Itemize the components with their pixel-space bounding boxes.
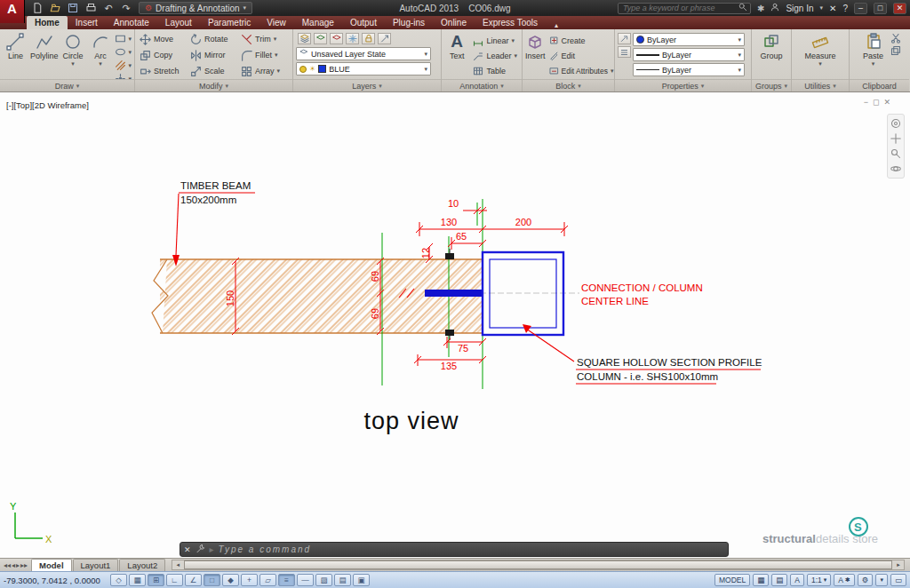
horizontal-scrollbar[interactable]: ◂ ▸: [172, 560, 905, 570]
annotation-scale-button[interactable]: 1:1▾: [807, 574, 831, 586]
ducs-toggle[interactable]: ▱: [259, 574, 276, 586]
tab-annotate[interactable]: Annotate: [106, 16, 157, 29]
tab-layout2[interactable]: Layout2: [119, 559, 165, 571]
search-icon[interactable]: [738, 3, 747, 13]
match-properties-icon[interactable]: [618, 33, 631, 44]
trim-flyout-icon[interactable]: ▾: [274, 36, 277, 43]
tab-view[interactable]: View: [259, 16, 294, 29]
layer-dropdown[interactable]: ☀ BLUE ▾: [296, 62, 431, 75]
table-tool[interactable]: Table: [471, 63, 519, 78]
model-space-button[interactable]: MODEL: [714, 574, 750, 586]
text-tool[interactable]: A Text: [444, 31, 469, 79]
tab-parametric[interactable]: Parametric: [200, 16, 259, 29]
paste-flyout-icon[interactable]: ▾: [872, 61, 875, 66]
scale-tool[interactable]: Scale: [188, 63, 239, 79]
copy-tool[interactable]: Copy: [138, 47, 188, 63]
ellipse-tool[interactable]: ▾: [115, 46, 132, 58]
cut-tool[interactable]: [890, 33, 901, 44]
command-input[interactable]: Type a command: [219, 544, 312, 554]
draw-panel-label[interactable]: Draw▾: [0, 79, 134, 91]
tab-layout[interactable]: Layout: [157, 16, 200, 29]
edit-block-tool[interactable]: Edit: [547, 48, 614, 63]
layer-properties-icon[interactable]: [298, 33, 311, 44]
annotation-visibility-icon[interactable]: A: [790, 574, 804, 586]
prev-tab-icon[interactable]: ◂: [12, 561, 15, 569]
osnap3d-toggle[interactable]: ◆: [222, 574, 239, 586]
polyline-tool[interactable]: Polyline: [30, 31, 59, 79]
circle-flyout-icon[interactable]: ▾: [71, 61, 75, 66]
open-icon[interactable]: [48, 2, 62, 14]
annotation-autoscale-icon[interactable]: A✱: [834, 574, 855, 586]
fillet-tool[interactable]: Fillet▾: [239, 47, 290, 63]
fillet-flyout-icon[interactable]: ▾: [275, 52, 278, 59]
maximize-button[interactable]: □: [874, 3, 887, 14]
help-icon[interactable]: ?: [842, 4, 848, 13]
sign-in-button[interactable]: Sign In: [786, 4, 813, 13]
tab-insert[interactable]: Insert: [68, 16, 106, 29]
tray-settings-icon[interactable]: ▾: [875, 574, 888, 586]
properties-panel-label[interactable]: Properties▾: [615, 79, 751, 91]
command-line[interactable]: ✕ ▸ Type a command: [180, 542, 729, 557]
layers-panel-label[interactable]: Layers▾: [293, 79, 441, 91]
tab-home[interactable]: Home: [27, 16, 68, 29]
insert-tool[interactable]: Insert: [525, 31, 546, 79]
exchange-star-icon[interactable]: ✱: [757, 4, 764, 13]
grid-toggle[interactable]: ⊞: [148, 574, 164, 586]
infer-constraints-toggle[interactable]: ◇: [110, 574, 127, 586]
tab-output[interactable]: Output: [342, 16, 385, 29]
ribbon-collapse-icon[interactable]: ▴: [555, 21, 558, 29]
layer-match-icon[interactable]: [378, 33, 391, 44]
create-block-tool[interactable]: Create: [547, 33, 614, 48]
measure-tool[interactable]: Measure ▾: [800, 31, 841, 79]
linetype-dropdown[interactable]: ByLayer ▾: [633, 63, 745, 76]
point-tool[interactable]: ▾: [115, 73, 132, 79]
measure-flyout-icon[interactable]: ▾: [818, 61, 822, 66]
workspace-switch-icon[interactable]: ⚙: [858, 574, 874, 586]
stretch-tool[interactable]: Stretch: [138, 63, 188, 79]
hatch-tool[interactable]: ▾: [115, 60, 132, 71]
layer-isolate-icon[interactable]: [330, 33, 343, 44]
tab-express-tools[interactable]: Express Tools: [475, 16, 546, 29]
ortho-toggle[interactable]: ∟: [166, 574, 183, 586]
group-tool[interactable]: Group: [754, 31, 788, 79]
leader-tool[interactable]: Leader▾: [471, 48, 519, 63]
command-customize-icon[interactable]: [196, 544, 205, 555]
edit-attributes-tool[interactable]: Edit Attributes▾: [547, 63, 614, 78]
line-tool[interactable]: Line: [3, 31, 28, 79]
rectangle-tool[interactable]: ▾: [115, 33, 132, 44]
selection-cycling-toggle[interactable]: ▣: [353, 574, 370, 586]
clipboard-panel-label[interactable]: Clipboard: [850, 79, 909, 91]
tab-model[interactable]: Model: [31, 559, 71, 571]
shs-column[interactable]: [483, 252, 563, 335]
scroll-right-icon[interactable]: ▸: [893, 561, 904, 568]
sign-in-chevron-icon[interactable]: ▾: [820, 4, 824, 12]
ucs-icon[interactable]: Y X: [10, 501, 52, 544]
otrack-toggle[interactable]: +: [241, 574, 258, 586]
linear-dimension-tool[interactable]: Linear▾: [471, 33, 519, 48]
search-input[interactable]: [621, 3, 738, 13]
next-tab-icon[interactable]: ▸: [16, 561, 20, 569]
array-tool[interactable]: Array▾: [239, 63, 290, 79]
plot-icon[interactable]: [84, 2, 98, 14]
lineweight-dropdown[interactable]: ByLayer ▾: [633, 48, 745, 61]
utilities-panel-label[interactable]: Utilities▾: [792, 79, 849, 91]
layer-off-icon[interactable]: [314, 33, 327, 44]
scroll-left-icon[interactable]: ◂: [172, 561, 183, 568]
snap-toggle[interactable]: ▦: [129, 574, 146, 586]
infocenter-search[interactable]: [618, 3, 751, 14]
scrollbar-thumb[interactable]: [184, 560, 892, 569]
arc-flyout-icon[interactable]: ▾: [99, 61, 102, 66]
clean-screen-icon[interactable]: ▭: [890, 574, 906, 586]
polar-toggle[interactable]: ∠: [185, 574, 202, 586]
connection-plate[interactable]: [425, 290, 483, 297]
trim-tool[interactable]: Trim▾: [239, 31, 290, 47]
paste-tool[interactable]: Paste ▾: [858, 31, 889, 79]
rotate-tool[interactable]: Rotate: [188, 31, 239, 47]
last-tab-icon[interactable]: ▸▸: [20, 561, 28, 569]
autodesk360-icon[interactable]: ✕: [829, 4, 836, 13]
layer-lock-icon[interactable]: [362, 33, 375, 44]
first-tab-icon[interactable]: ◂◂: [4, 561, 11, 569]
minimize-button[interactable]: –: [854, 3, 867, 14]
mirror-tool[interactable]: Mirror: [188, 47, 239, 63]
quick-view-layouts-icon[interactable]: ▦: [753, 574, 769, 586]
